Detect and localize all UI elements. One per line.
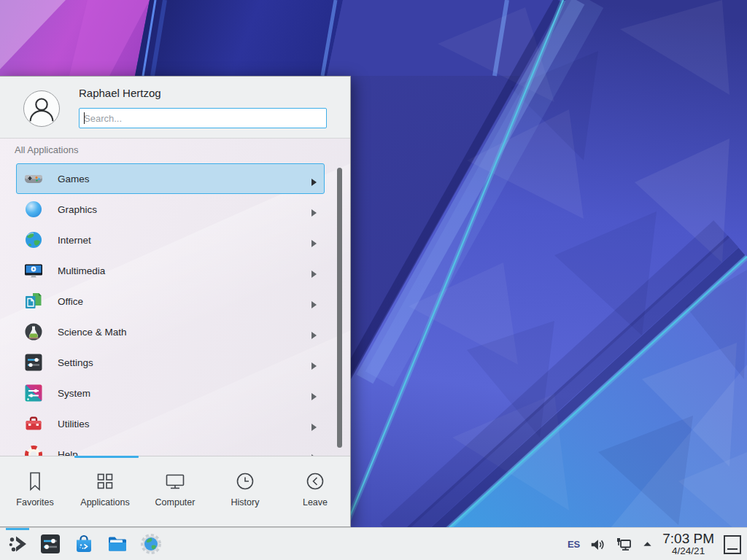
volume-icon xyxy=(589,537,605,553)
category-list-area: All Applications Ga xyxy=(0,138,350,456)
grid-icon xyxy=(94,470,116,492)
tab-label: History xyxy=(231,497,260,508)
volume-button[interactable] xyxy=(589,537,605,553)
category-row-settings[interactable]: Settings xyxy=(16,347,325,378)
scrollbar-thumb[interactable] xyxy=(337,168,342,448)
section-label: All Applications xyxy=(15,144,78,155)
expand-tray-button[interactable] xyxy=(642,539,653,550)
category-label: Help xyxy=(58,449,78,456)
tab-history[interactable]: History xyxy=(210,459,280,527)
file-manager-button[interactable] xyxy=(107,533,128,555)
bookmark-icon xyxy=(24,470,46,492)
science-math-icon xyxy=(24,322,43,341)
category-label: System xyxy=(58,388,90,399)
tab-favorites[interactable]: Favorites xyxy=(0,459,70,527)
tab-label: Leave xyxy=(303,497,328,508)
submenu-arrow-icon xyxy=(311,390,317,397)
tab-leave[interactable]: Leave xyxy=(280,459,350,527)
clock-date: 4/24/21 xyxy=(672,546,705,556)
settings-icon xyxy=(24,353,43,372)
clock-icon xyxy=(234,470,256,492)
leave-icon xyxy=(304,470,326,492)
desktop: Raphael Hertzog All Applications xyxy=(0,0,747,560)
network-icon xyxy=(615,536,632,553)
submenu-arrow-icon xyxy=(311,206,317,214)
user-icon xyxy=(24,91,59,126)
folder-icon xyxy=(107,533,128,555)
category-row-internet[interactable]: Internet xyxy=(16,225,325,255)
category-label: Multimedia xyxy=(58,265,105,276)
monitor-icon xyxy=(164,470,186,492)
category-label: Science & Math xyxy=(58,327,127,338)
active-tab-indicator xyxy=(74,456,139,458)
games-icon xyxy=(24,169,43,188)
keyboard-layout-indicator[interactable]: ES xyxy=(568,539,580,550)
category-row-office[interactable]: Office xyxy=(16,286,325,316)
active-task-indicator xyxy=(6,528,29,530)
category-label: Games xyxy=(58,174,90,184)
submenu-arrow-icon xyxy=(311,298,317,306)
submenu-arrow-icon xyxy=(311,176,317,183)
kde-launcher-icon xyxy=(7,533,28,555)
network-button[interactable] xyxy=(615,536,632,553)
help-icon xyxy=(24,445,43,456)
tab-computer[interactable]: Computer xyxy=(140,459,210,527)
tab-label: Favorites xyxy=(16,497,53,508)
system-icon xyxy=(24,384,43,402)
user-name: Raphael Hertzog xyxy=(79,87,161,99)
category-row-system[interactable]: System xyxy=(16,378,325,408)
tabbar-divider xyxy=(0,456,350,456)
digital-clock[interactable]: 7:03 PM 4/24/21 xyxy=(662,532,714,556)
multimedia-icon xyxy=(24,261,43,280)
globe-gear-icon xyxy=(140,533,162,555)
category-row-graphics[interactable]: Graphics xyxy=(16,194,325,225)
category-row-games[interactable]: Games xyxy=(16,163,325,194)
category-list: Games Graphics xyxy=(0,163,350,456)
submenu-arrow-icon xyxy=(311,268,317,275)
kicker-tab-bar: Favorites Applications Computer xyxy=(0,459,350,527)
category-row-help[interactable]: Help xyxy=(16,439,325,456)
show-desktop-icon xyxy=(727,548,738,550)
show-desktop-button[interactable] xyxy=(724,535,741,554)
category-label: Internet xyxy=(58,235,91,246)
submenu-arrow-icon xyxy=(311,237,317,244)
tab-label: Computer xyxy=(155,497,196,508)
category-label: Utilities xyxy=(58,419,90,429)
chevron-up-icon xyxy=(642,539,653,550)
web-browser-button[interactable] xyxy=(140,533,162,555)
taskbar: ES xyxy=(0,527,747,560)
graphics-icon xyxy=(24,200,43,219)
category-label: Settings xyxy=(58,357,93,368)
submenu-arrow-icon xyxy=(311,329,317,336)
discover-button[interactable] xyxy=(73,533,95,555)
discover-icon xyxy=(73,533,95,555)
clock-time: 7:03 PM xyxy=(662,532,714,546)
office-icon xyxy=(24,292,43,311)
system-settings-button[interactable] xyxy=(39,533,61,555)
category-row-utilities[interactable]: Utilities xyxy=(16,408,325,439)
utilities-icon xyxy=(24,414,43,433)
tab-label: Applications xyxy=(80,497,129,508)
search-input[interactable] xyxy=(79,108,327,128)
submenu-arrow-icon xyxy=(311,421,317,428)
system-tray: ES xyxy=(568,528,747,560)
category-row-multimedia[interactable]: Multimedia xyxy=(16,255,325,286)
category-label: Graphics xyxy=(58,204,97,215)
text-caret xyxy=(84,112,85,124)
category-label: Office xyxy=(58,296,83,307)
submenu-arrow-icon xyxy=(311,359,317,367)
tab-applications[interactable]: Applications xyxy=(70,459,140,527)
category-row-science-math[interactable]: Science & Math xyxy=(16,316,325,347)
search-field-wrap xyxy=(79,108,327,128)
system-settings-icon xyxy=(39,533,61,555)
menu-header: Raphael Hertzog xyxy=(0,77,350,138)
internet-icon xyxy=(24,230,43,249)
avatar xyxy=(23,90,60,127)
app-launcher-button[interactable] xyxy=(7,533,28,555)
application-launcher-menu: Raphael Hertzog All Applications xyxy=(0,76,351,527)
